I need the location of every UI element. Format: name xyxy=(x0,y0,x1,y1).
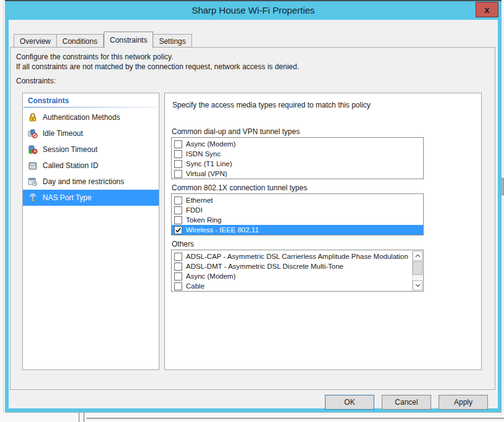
properties-dialog: Sharp House Wi-Fi Properties x OverviewC… xyxy=(5,0,502,412)
option-wireless-ieee-802-11[interactable]: Wireless - IEEE 802.11 xyxy=(172,225,423,235)
option-label: ADSL-CAP - Asymmetric DSL Carrierless Am… xyxy=(186,253,408,260)
background-divider xyxy=(83,413,85,422)
option-label: Cable xyxy=(186,282,204,290)
constraint-item-label: Called Station ID xyxy=(43,161,98,170)
window-title: Sharp House Wi-Fi Properties xyxy=(191,5,314,15)
option-label: Token Ring xyxy=(186,216,222,224)
checkbox-unchecked[interactable] xyxy=(174,263,182,271)
apply-button[interactable]: Apply xyxy=(439,395,488,410)
checkbox-unchecked[interactable] xyxy=(174,253,182,261)
idle-timeout-icon xyxy=(28,129,38,138)
option-label: Virtual (VPN) xyxy=(186,170,227,177)
option-label: Async (Modem) xyxy=(186,272,236,280)
option-sync-t1-line[interactable]: Sync (T1 Line) xyxy=(172,159,423,169)
session-timeout-icon xyxy=(28,145,38,154)
constraint-item-idle-timeout[interactable]: Idle Timeout xyxy=(23,125,159,141)
constraint-item-day-and-time-restrictions[interactable]: Day and time restrictions xyxy=(23,174,159,190)
checkbox-unchecked[interactable] xyxy=(174,196,182,205)
constraint-item-session-timeout[interactable]: Session Timeout xyxy=(23,141,159,158)
dialog-buttons: OKCancelApply xyxy=(325,395,488,410)
listbox-others: ADSL-CAP - Asymmetric DSL Carrierless Am… xyxy=(171,250,424,292)
option-adsl-dmt-asymmetric-dsl-discrete-multi-tone[interactable]: ADSL-DMT - Asymmetric DSL Discrete Multi… xyxy=(172,261,412,271)
constraint-item-label: Session Timeout xyxy=(43,145,98,154)
background-divider xyxy=(78,413,80,422)
checkbox-unchecked[interactable] xyxy=(174,216,182,224)
group-label-others: Others xyxy=(172,240,424,248)
group-label-common-802-1x-connection-tunnel-types: Common 802.1X connection tunnel types xyxy=(172,184,424,192)
option-ethernet[interactable]: Ethernet xyxy=(172,195,423,205)
lock-icon xyxy=(28,112,38,122)
listbox-common-802-1x-connection-tunnel-types: EthernetFDDIToken RingWireless - IEEE 80… xyxy=(171,193,424,235)
constraints-list-header: Constraints xyxy=(23,93,159,107)
constraints-label: Constraints: xyxy=(16,77,56,85)
option-fddi[interactable]: FDDI xyxy=(172,205,423,215)
constraints-list: Constraints Authentication MethodsIdle T… xyxy=(22,93,159,370)
option-label: Ethernet xyxy=(186,196,212,204)
checkbox-unchecked[interactable] xyxy=(174,272,182,281)
checkbox-unchecked[interactable] xyxy=(174,282,182,290)
called-station-id-icon xyxy=(28,161,38,171)
checkbox-unchecked[interactable] xyxy=(174,150,182,158)
close-icon: x xyxy=(485,5,490,15)
constraints-items: Authentication MethodsIdle TimeoutSessio… xyxy=(23,109,159,206)
option-token-ring[interactable]: Token Ring xyxy=(172,215,423,225)
scrollbar-thumb[interactable] xyxy=(413,261,422,275)
option-label: Wireless - IEEE 802.11 xyxy=(186,226,259,234)
option-isdn-sync[interactable]: ISDN Sync xyxy=(172,149,423,159)
media-type-groups: Common dial-up and VPN tunnel typesAsync… xyxy=(171,127,424,296)
constraint-item-authentication-methods[interactable]: Authentication Methods xyxy=(23,109,159,125)
tab-bar: OverviewConditionsConstraintsSettings xyxy=(14,31,192,48)
intro-line-2: If all constraints are not matched by th… xyxy=(16,62,299,72)
tab-conditions[interactable]: Conditions xyxy=(57,34,104,48)
day-and-time-icon xyxy=(28,177,38,187)
tab-overview[interactable]: Overview xyxy=(14,34,57,48)
nas-port-type-panel: Specify the access media types required … xyxy=(164,93,482,370)
scroll-down-button[interactable] xyxy=(413,281,422,290)
listbox-common-dial-up-and-vpn-tunnel-types: Async (Modem)ISDN SyncSync (T1 Line)Virt… xyxy=(171,137,424,179)
checkbox-unchecked[interactable] xyxy=(174,160,182,168)
option-label: ISDN Sync xyxy=(186,150,220,158)
option-label: ADSL-DMT - Asymmetric DSL Discrete Multi… xyxy=(186,263,343,270)
constraint-item-label: NAS Port Type xyxy=(43,193,91,202)
panel-instruction: Specify the access media types required … xyxy=(172,101,371,109)
constraint-item-label: Day and time restrictions xyxy=(43,177,124,186)
option-virtual-vpn[interactable]: Virtual (VPN) xyxy=(172,169,423,179)
option-cable[interactable]: Cable xyxy=(172,281,412,291)
header-underline xyxy=(23,107,158,108)
option-async-modem[interactable]: Async (Modem) xyxy=(172,271,412,281)
scroll-up-button[interactable] xyxy=(413,251,422,261)
close-button[interactable]: x xyxy=(476,2,498,17)
background-horizontal-rule xyxy=(86,418,504,419)
option-label: Sync (T1 Line) xyxy=(186,160,232,167)
group-label-common-dial-up-and-vpn-tunnel-types: Common dial-up and VPN tunnel types xyxy=(172,127,424,136)
constraint-item-label: Idle Timeout xyxy=(43,129,83,138)
nas-port-type-icon xyxy=(28,193,38,203)
constraint-item-label: Authentication Methods xyxy=(43,113,120,122)
checkbox-unchecked[interactable] xyxy=(174,170,182,178)
background-window-edge xyxy=(3,0,4,413)
option-label: Async (Modem) xyxy=(186,140,236,148)
tab-settings[interactable]: Settings xyxy=(153,34,191,48)
checkbox-unchecked[interactable] xyxy=(174,140,182,148)
intro-line-1: Configure the constraints for this netwo… xyxy=(16,52,299,62)
tab-constraints[interactable]: Constraints xyxy=(104,32,154,48)
constraint-item-nas-port-type[interactable]: NAS Port Type xyxy=(23,190,159,206)
vertical-scrollbar[interactable] xyxy=(412,251,422,290)
title-bar[interactable]: Sharp House Wi-Fi Properties x xyxy=(5,1,502,19)
ok-button[interactable]: OK xyxy=(325,395,374,410)
dialog-body: OverviewConditionsConstraintsSettings Co… xyxy=(9,20,498,408)
checkbox-unchecked[interactable] xyxy=(174,206,182,214)
option-adsl-cap-asymmetric-dsl-carrierless-amplitude-phase-modulation[interactable]: ADSL-CAP - Asymmetric DSL Carrierless Am… xyxy=(172,251,412,261)
checkbox-checked-icon[interactable] xyxy=(174,226,182,234)
intro-text: Configure the constraints for this netwo… xyxy=(16,52,299,72)
cancel-button[interactable]: Cancel xyxy=(382,395,431,410)
option-async-modem[interactable]: Async (Modem) xyxy=(172,139,423,149)
constraint-item-called-station-id[interactable]: Called Station ID xyxy=(23,158,159,174)
option-label: FDDI xyxy=(186,206,203,214)
